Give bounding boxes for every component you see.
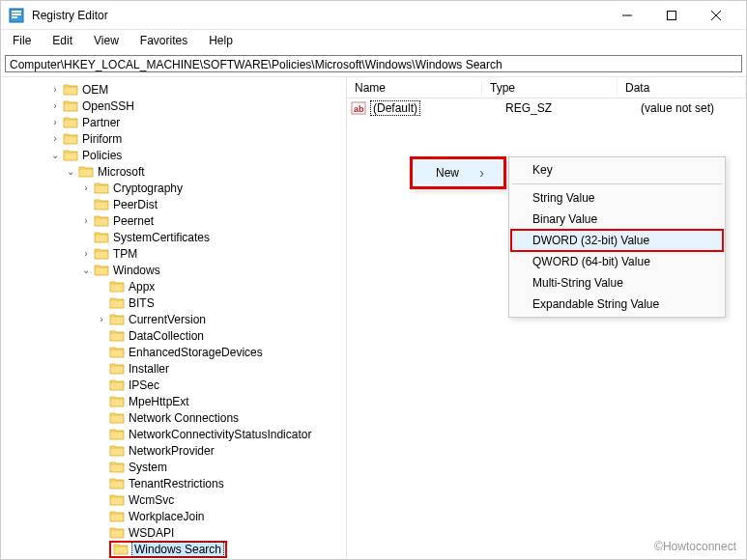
folder-icon	[109, 461, 125, 473]
tree-item-label: TenantRestrictions	[129, 477, 224, 490]
tree-item[interactable]: PeerDist	[1, 196, 346, 212]
tree-item[interactable]: ›Peernet	[1, 212, 346, 229]
tree-item[interactable]: ›Piriform	[1, 130, 346, 147]
menu-favorites[interactable]: Favorites	[136, 32, 191, 49]
tree-item[interactable]: ›Partner	[1, 114, 346, 130]
tree-item-label: Peernet	[113, 214, 154, 228]
minimize-button[interactable]	[605, 1, 649, 30]
tree-item-label: IPSec	[129, 378, 159, 392]
folder-icon	[63, 149, 78, 161]
tree-item[interactable]: WorkplaceJoin	[1, 508, 346, 524]
context-item-key[interactable]: Key	[511, 159, 723, 181]
context-item-dword[interactable]: DWORD (32-bit) Value	[511, 230, 723, 251]
tree-item[interactable]: ›TPM	[1, 245, 346, 262]
chevron-down-icon[interactable]: ⌄	[63, 166, 78, 177]
tree-panel[interactable]: ›OEM›OpenSSH›Partner›Piriform⌄Policies⌄M…	[1, 77, 347, 560]
tree-item-label: WcmSvc	[129, 493, 174, 507]
chevron-right-icon[interactable]: ›	[78, 182, 94, 193]
app-icon	[9, 8, 24, 23]
tree-item[interactable]: DataCollection	[1, 327, 346, 344]
tree-item[interactable]: EnhancedStorageDevices	[1, 344, 346, 360]
folder-icon	[109, 362, 125, 375]
tree-item-label: WorkplaceJoin	[129, 510, 204, 523]
folder-icon	[94, 231, 109, 243]
tree-item[interactable]: ›Cryptography	[1, 180, 346, 196]
address-field[interactable]: Computer\HKEY_LOCAL_MACHINE\SOFTWARE\Pol…	[5, 55, 742, 72]
context-item-qword[interactable]: QWORD (64-bit) Value	[511, 251, 723, 272]
tree-item[interactable]: IPSec	[1, 377, 346, 393]
chevron-right-icon[interactable]: ›	[47, 100, 63, 111]
menu-file[interactable]: File	[9, 32, 35, 49]
tree-item[interactable]: ›OpenSSH	[1, 98, 346, 114]
addressbar: Computer\HKEY_LOCAL_MACHINE\SOFTWARE\Pol…	[1, 53, 746, 77]
folder-icon	[109, 296, 125, 309]
chevron-right-icon[interactable]: ›	[78, 248, 94, 259]
folder-icon	[63, 83, 78, 96]
tree-item[interactable]: Appx	[1, 278, 346, 294]
chevron-right-icon[interactable]: ›	[47, 84, 63, 95]
tree-item[interactable]: WcmSvc	[1, 491, 346, 508]
context-item-expandable[interactable]: Expandable String Value	[511, 294, 723, 315]
tree-item-label: Appx	[129, 280, 155, 294]
tree-item[interactable]: WSDAPI	[1, 524, 346, 541]
tree-item[interactable]: ⌄Windows	[1, 262, 346, 278]
menu-view[interactable]: View	[90, 32, 123, 49]
context-item-multistring[interactable]: Multi-String Value	[511, 272, 723, 294]
context-item-string[interactable]: String Value	[511, 187, 723, 209]
folder-icon	[109, 395, 125, 407]
folder-icon	[94, 214, 109, 227]
value-data: (value not set)	[641, 101, 746, 115]
tree-item-label: WSDAPI	[129, 526, 174, 540]
tree-item[interactable]: NetworkConnectivityStatusIndicator	[1, 426, 346, 442]
tree-item[interactable]: SystemCertificates	[1, 229, 346, 245]
folder-icon	[94, 198, 109, 210]
svg-text:ab: ab	[354, 104, 364, 114]
tree-item[interactable]: Network Connections	[1, 409, 346, 426]
col-data[interactable]: Data	[618, 79, 746, 97]
tree-item-label: Policies	[82, 149, 122, 162]
chevron-right-icon[interactable]: ›	[47, 133, 63, 144]
maximize-button[interactable]	[649, 1, 694, 30]
svg-rect-2	[12, 14, 21, 15]
chevron-right-icon[interactable]: ›	[94, 314, 109, 324]
col-name[interactable]: Name	[347, 79, 482, 97]
context-item-new[interactable]: New	[415, 161, 502, 184]
chevron-right-icon[interactable]: ›	[47, 117, 63, 127]
folder-icon	[109, 313, 125, 325]
folder-icon	[109, 280, 125, 293]
chevron-down-icon[interactable]: ⌄	[47, 150, 63, 160]
string-value-icon: ab	[351, 100, 366, 116]
tree-item[interactable]: System	[1, 459, 346, 475]
tree-item-label: Network Connections	[129, 411, 239, 425]
tree-item-label: Partner	[82, 116, 120, 129]
tree-item[interactable]: NetworkProvider	[1, 442, 346, 459]
col-type[interactable]: Type	[482, 79, 618, 97]
folder-icon	[109, 493, 125, 506]
menu-edit[interactable]: Edit	[48, 32, 76, 49]
list-row[interactable]: ab (Default) REG_SZ (value not set)	[347, 98, 746, 118]
tree-item[interactable]: MpeHttpExt	[1, 393, 346, 409]
tree-item[interactable]: BITS	[1, 294, 346, 311]
tree-item-label: NetworkProvider	[129, 444, 215, 458]
tree-item[interactable]: ⌄Policies	[1, 147, 346, 163]
tree-item-label: BITS	[129, 296, 155, 310]
folder-icon	[109, 428, 125, 440]
tree-item[interactable]: ›CurrentVersion	[1, 311, 346, 327]
tree-item[interactable]: Installer	[1, 360, 346, 377]
tree-item[interactable]: ›OEM	[1, 81, 346, 98]
tree-item-label: PeerDist	[113, 198, 158, 211]
folder-icon	[109, 378, 125, 391]
tree-item[interactable]: ⌄Microsoft	[1, 163, 346, 180]
tree-item[interactable]: TenantRestrictions	[1, 475, 346, 491]
menu-help[interactable]: Help	[205, 32, 237, 49]
submenu-arrow-icon	[479, 165, 484, 181]
close-button[interactable]	[694, 1, 738, 30]
tree-item-label: EnhancedStorageDevices	[129, 346, 263, 359]
tree-item[interactable]: Windows Search	[1, 541, 346, 557]
chevron-right-icon[interactable]: ›	[78, 215, 94, 226]
context-item-binary[interactable]: Binary Value	[511, 209, 723, 230]
chevron-down-icon[interactable]: ⌄	[78, 265, 94, 275]
tree-item-label: Windows Search	[132, 543, 223, 556]
folder-icon	[94, 247, 109, 260]
tree-item-label: Cryptography	[113, 182, 183, 195]
